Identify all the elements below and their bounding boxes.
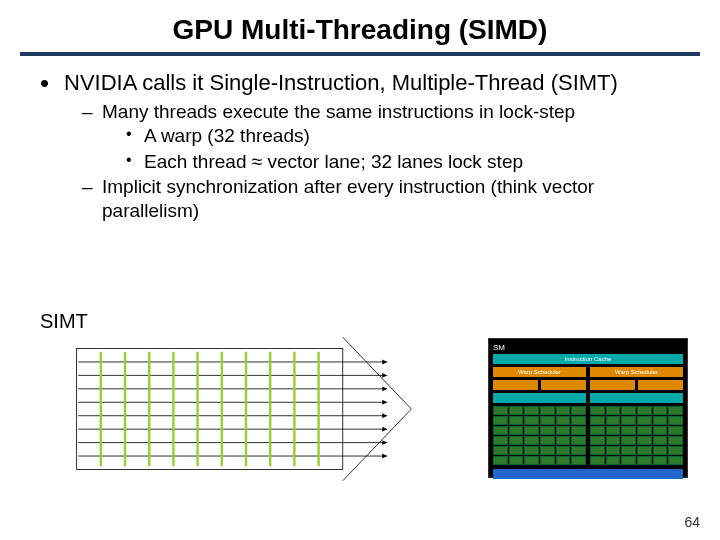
- title-rule: [20, 52, 700, 56]
- sm-title: SM: [493, 343, 683, 352]
- bullet-1-1-1: A warp (32 threads): [126, 124, 694, 148]
- sm-core-cell: [637, 406, 652, 415]
- sm-core-cell: [653, 436, 668, 445]
- sm-core-cell: [637, 426, 652, 435]
- sm-col-right: Warp Scheduler: [590, 367, 683, 466]
- svg-marker-20: [382, 373, 387, 378]
- sm-core-cell: [590, 446, 605, 455]
- sm-core-cell: [540, 436, 555, 445]
- svg-marker-21: [382, 386, 387, 391]
- svg-rect-0: [77, 349, 343, 470]
- sm-core-cell: [590, 456, 605, 465]
- sm-disp-r2: [638, 380, 683, 390]
- sm-core-cell: [493, 446, 508, 455]
- svg-marker-22: [382, 400, 387, 405]
- svg-marker-23: [382, 413, 387, 418]
- sm-core-cell: [524, 426, 539, 435]
- sm-core-cell: [606, 426, 621, 435]
- sm-core-cell: [621, 446, 636, 455]
- simt-label: SIMT: [40, 310, 88, 333]
- sm-core-cell: [509, 406, 524, 415]
- sm-core-row: [493, 406, 586, 415]
- sm-core-cell: [653, 406, 668, 415]
- sm-core-cell: [637, 436, 652, 445]
- sm-core-cell: [493, 456, 508, 465]
- sm-core-row: [590, 426, 683, 435]
- sm-core-row: [493, 436, 586, 445]
- sm-core-cell: [571, 406, 586, 415]
- sm-core-cell: [493, 406, 508, 415]
- sm-core-row: [493, 456, 586, 465]
- slide-root: GPU Multi-Threading (SIMD) NVIDIA calls …: [0, 0, 720, 540]
- sm-core-cell: [621, 416, 636, 425]
- sm-columns: Warp Scheduler Warp Scheduler: [493, 367, 683, 466]
- sm-core-cell: [606, 436, 621, 445]
- bullet-1-1: Many threads execute the same instructio…: [82, 100, 694, 173]
- sm-core-cell: [524, 436, 539, 445]
- sm-core-cell: [524, 416, 539, 425]
- sm-core-cell: [571, 446, 586, 455]
- sm-core-cell: [493, 416, 508, 425]
- sm-col-left: Warp Scheduler: [493, 367, 586, 466]
- sm-core-cell: [637, 416, 652, 425]
- sm-core-cell: [556, 416, 571, 425]
- sm-core-cell: [653, 446, 668, 455]
- sm-core-cell: [509, 426, 524, 435]
- sm-core-cell: [606, 456, 621, 465]
- sm-reg-l: [493, 393, 586, 403]
- sm-core-cell: [540, 416, 555, 425]
- sm-core-cell: [590, 406, 605, 415]
- svg-marker-19: [382, 360, 387, 365]
- bullet-1: NVIDIA calls it Single-Instruction, Mult…: [40, 70, 694, 223]
- sm-core-cell: [571, 456, 586, 465]
- sm-core-row: [590, 416, 683, 425]
- sm-core-cell: [621, 436, 636, 445]
- sm-core-cell: [509, 436, 524, 445]
- sm-core-cell: [668, 406, 683, 415]
- sm-sched-r: Warp Scheduler: [590, 367, 683, 377]
- slide-title: GPU Multi-Threading (SIMD): [26, 14, 694, 46]
- sm-core-cell: [621, 406, 636, 415]
- sm-core-cell: [540, 406, 555, 415]
- sm-core-cell: [590, 416, 605, 425]
- sm-reg-r: [590, 393, 683, 403]
- sm-core-row: [493, 416, 586, 425]
- sm-core-cell: [571, 426, 586, 435]
- sm-core-cell: [556, 436, 571, 445]
- sm-core-cell: [606, 416, 621, 425]
- sm-core-cell: [556, 426, 571, 435]
- sm-core-cell: [653, 456, 668, 465]
- sm-block-thumbnail: SM Instruction Cache Warp Scheduler Warp…: [488, 338, 688, 478]
- sm-disp-l2: [541, 380, 586, 390]
- sm-sched-l: Warp Scheduler: [493, 367, 586, 377]
- sm-core-cell: [493, 426, 508, 435]
- sm-core-cell: [606, 406, 621, 415]
- page-number: 64: [684, 514, 700, 530]
- bullet-list-lvl3: A warp (32 threads) Each thread ≈ vector…: [102, 124, 694, 174]
- bullet-list-lvl1: NVIDIA calls it Single-Instruction, Mult…: [26, 70, 694, 223]
- sm-core-cell: [540, 456, 555, 465]
- simt-arrow-diagram: [36, 334, 456, 484]
- bullet-1-2: Implicit synchronization after every ins…: [82, 175, 694, 223]
- sm-core-cell: [621, 426, 636, 435]
- sm-core-row: [590, 456, 683, 465]
- sm-disp-r1: [590, 380, 635, 390]
- svg-marker-25: [382, 440, 387, 445]
- sm-core-cell: [590, 436, 605, 445]
- sm-core-cell: [556, 406, 571, 415]
- sm-core-cell: [606, 446, 621, 455]
- sm-core-row: [493, 446, 586, 455]
- sm-core-cell: [556, 456, 571, 465]
- sm-core-cell: [653, 416, 668, 425]
- sm-core-cell: [540, 446, 555, 455]
- bullet-1-text: NVIDIA calls it Single-Instruction, Mult…: [64, 70, 618, 95]
- sm-disp-l1: [493, 380, 538, 390]
- sm-core-row: [493, 426, 586, 435]
- sm-core-cell: [621, 456, 636, 465]
- sm-core-cell: [637, 446, 652, 455]
- svg-line-27: [343, 337, 412, 409]
- sm-core-cell: [509, 416, 524, 425]
- sm-core-cell: [571, 416, 586, 425]
- sm-core-cell: [493, 436, 508, 445]
- sm-core-cell: [540, 426, 555, 435]
